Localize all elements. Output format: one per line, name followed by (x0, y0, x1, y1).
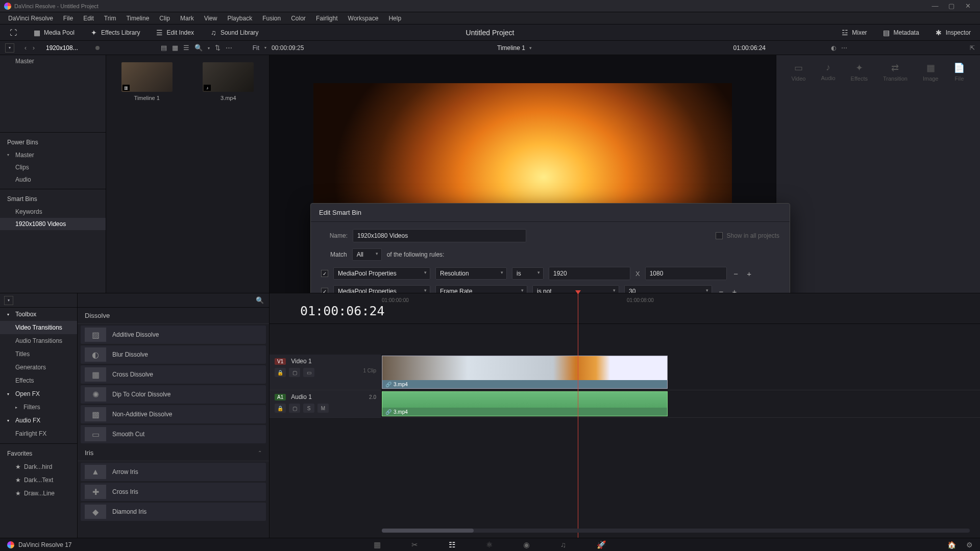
timeline[interactable]: 01:00:06:24 01:00:00:00 01:00:08:00 V1Vi… (270, 293, 980, 538)
rule-add-button[interactable]: + (745, 269, 753, 278)
bin-master[interactable]: Master (0, 55, 106, 67)
fullscreen-toggle[interactable]: ⛶ (5, 27, 21, 39)
fx-cross-dissolve[interactable]: ▦Cross Dissolve (81, 365, 266, 384)
timeline-scrollbar[interactable] (382, 529, 970, 533)
fx-arrow-iris[interactable]: ▲Arrow Iris (81, 463, 266, 481)
search-icon[interactable]: 🔍 (194, 44, 203, 52)
timeline-scroll-thumb[interactable] (382, 529, 474, 533)
fx-blur-dissolve[interactable]: ◐Blur Dissolve (81, 345, 266, 364)
menu-mark[interactable]: Mark (175, 12, 199, 24)
menu-clip[interactable]: Clip (154, 12, 175, 24)
fx-diamond-iris[interactable]: ◆Diamond Iris (81, 503, 266, 521)
match-mode-select[interactable]: All (352, 248, 382, 261)
track-lock-button[interactable]: 🔒 (275, 368, 286, 377)
timeline-timecode[interactable]: 01:00:06:24 (275, 304, 385, 323)
fx-non-additive-dissolve[interactable]: ▩Non-Additive Dissolve (81, 405, 266, 423)
fx-cat-audiofx[interactable]: ▾Audio FX (0, 414, 77, 427)
sound-library-button[interactable]: ♫Sound Library (205, 27, 263, 39)
page-media[interactable]: ▦ (374, 540, 381, 549)
collapse-icon[interactable]: ⌃ (258, 450, 262, 456)
window-close-button[interactable]: ✕ (960, 2, 976, 10)
track-mute-button[interactable]: M (317, 404, 329, 413)
fx-cat-openfx[interactable]: ▾Open FX (0, 387, 77, 400)
smart-bin-980x551[interactable]: 980x551 Videos (0, 218, 106, 230)
v1-badge[interactable]: V1 (275, 358, 286, 365)
page-fusion[interactable]: ⚛ (486, 540, 493, 549)
a1-badge[interactable]: A1 (275, 394, 286, 400)
fx-cat-audio-transitions[interactable]: Audio Transitions (0, 334, 77, 347)
fit-dropdown[interactable]: Fit (253, 44, 259, 52)
fx-cross-iris[interactable]: ✚Cross Iris (81, 483, 266, 501)
fx-additive-dissolve[interactable]: ▨Additive Dissolve (81, 325, 266, 344)
sort-icon[interactable]: ⇅ (215, 44, 220, 52)
menu-fusion[interactable]: Fusion (257, 12, 286, 24)
menu-playback[interactable]: Playback (222, 12, 257, 24)
metadata-button[interactable]: ▤Metadata (878, 27, 923, 39)
media-pool-button[interactable]: ▦Media Pool (29, 27, 79, 39)
project-settings-button[interactable]: ⚙ (966, 541, 973, 549)
page-color[interactable]: ◉ (523, 540, 530, 549)
inspector-tab-transition[interactable]: ⇄Transition (883, 62, 908, 82)
timeline-name[interactable]: Timeline 1 (497, 44, 525, 52)
power-bin-master[interactable]: ▾Master (0, 149, 106, 161)
rule-property-select[interactable]: Resolution (435, 267, 507, 280)
rule-value2-input[interactable] (645, 267, 727, 280)
mixer-button[interactable]: ☳Mixer (837, 27, 871, 39)
track-lock-button[interactable]: 🔒 (275, 404, 286, 413)
power-bin-clips[interactable]: Clips (0, 161, 106, 173)
fx-smooth-cut[interactable]: ▭Smooth Cut (81, 425, 266, 443)
page-deliver[interactable]: 🚀 (597, 540, 606, 549)
menu-color[interactable]: Color (286, 12, 311, 24)
viewer-options-icon[interactable]: ⋯ (841, 44, 847, 52)
track-auto-select-button[interactable]: ▢ (289, 404, 300, 413)
menu-timeline[interactable]: Timeline (121, 12, 154, 24)
fx-cat-generators[interactable]: Generators (0, 361, 77, 374)
options-icon[interactable]: ⋯ (226, 44, 232, 52)
rule-category-select[interactable]: MediaPool Properties (333, 267, 430, 280)
page-fairlight[interactable]: ♫ (560, 540, 566, 549)
rule-enabled-checkbox[interactable]: ✓ (321, 270, 328, 277)
window-maximize-button[interactable]: ▢ (943, 2, 960, 10)
rule-value1-input[interactable] (549, 267, 630, 280)
fx-cat-fairlightfx[interactable]: Fairlight FX (0, 427, 77, 440)
rule-remove-button[interactable]: − (732, 269, 740, 278)
power-bin-audio[interactable]: Audio (0, 173, 106, 186)
thumb-3-mp4[interactable]: ♪ 3.mp4 (198, 62, 259, 101)
bypass-grades-icon[interactable]: ◐ (831, 44, 836, 52)
window-minimize-button[interactable]: — (927, 2, 943, 10)
timeline-video-clip[interactable]: 🔗3.mp4 (382, 356, 668, 389)
edit-index-button[interactable]: ☰Edit Index (152, 27, 198, 39)
menu-workspace[interactable]: Workspace (343, 12, 384, 24)
menu-davinci[interactable]: DaVinci Resolve (3, 12, 58, 24)
view-thumb-icon[interactable]: ▦ (172, 44, 178, 52)
fx-fav-1[interactable]: ★ Dark...hird (0, 460, 77, 473)
active-bin-name[interactable]: 1920x108... (38, 44, 86, 52)
search-chevron-icon[interactable]: ▾ (208, 46, 210, 52)
show-all-projects-checkbox[interactable] (716, 232, 723, 239)
timeline-audio-clip[interactable]: 🔗3.mp4 (382, 391, 668, 416)
fx-cat-titles[interactable]: Titles (0, 347, 77, 361)
menu-trim[interactable]: Trim (99, 12, 121, 24)
inspector-expand-icon[interactable]: ⇱ (970, 44, 975, 52)
view-list-icon[interactable]: ☰ (183, 44, 189, 52)
inspector-button[interactable]: ✱Inspector (930, 27, 975, 39)
view-meta-icon[interactable]: ▤ (161, 44, 167, 52)
page-cut[interactable]: ✂ (411, 540, 418, 549)
page-edit[interactable]: ☷ (449, 540, 455, 549)
smart-bin-keywords[interactable]: Keywords (0, 206, 106, 218)
fx-dip-color-dissolve[interactable]: ✺Dip To Color Dissolve (81, 385, 266, 404)
fx-cat-toolbox[interactable]: ▾Toolbox (0, 308, 77, 321)
inspector-tab-image[interactable]: ▦Image (923, 62, 939, 82)
bin-nav-back[interactable]: ‹ (21, 44, 30, 52)
menu-fairlight[interactable]: Fairlight (311, 12, 343, 24)
menu-help[interactable]: Help (383, 12, 406, 24)
inspector-tab-file[interactable]: 📄File (953, 62, 965, 82)
inspector-tab-audio[interactable]: ♪Audio (821, 62, 835, 82)
thumb-timeline-1[interactable]: ▥ Timeline 1 (116, 62, 178, 101)
track-enable-button[interactable]: ▭ (303, 368, 314, 377)
track-solo-button[interactable]: S (303, 404, 314, 413)
inspector-tab-effects[interactable]: ✦Effects (851, 62, 868, 82)
fx-view-dropdown[interactable]: ▾ (4, 296, 13, 305)
menu-file[interactable]: File (58, 12, 78, 24)
menu-edit[interactable]: Edit (78, 12, 99, 24)
